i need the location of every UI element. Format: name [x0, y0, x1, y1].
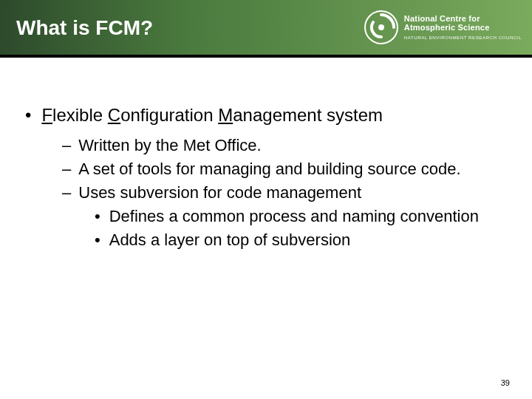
text-configuration: onfiguration — [120, 105, 218, 125]
svg-point-1 — [378, 24, 384, 30]
dash-text: Written by the Met Office. — [78, 134, 261, 157]
slide: What is FCM? National Centre for Atmosph… — [0, 0, 532, 399]
text-management: anagement system — [233, 105, 383, 125]
dash-text: A set of tools for managing and building… — [78, 157, 460, 181]
dash-text: Uses subversion for code management — [78, 181, 361, 205]
org-subtitle: NATURAL ENVIRONMENT RESEARCH COUNCIL — [404, 35, 522, 40]
subdot-item: • Adds a layer on top of subversion — [95, 228, 511, 252]
bullet-level1: • Flexible Configuration Management syst… — [21, 103, 511, 126]
subdot-item: • Defines a common process and naming co… — [95, 205, 511, 228]
slide-body: • Flexible Configuration Management syst… — [21, 103, 511, 252]
dash-list: – Written by the Met Office. – A set of … — [62, 134, 511, 251]
underline-m: M — [218, 105, 233, 125]
page-number: 39 — [501, 378, 510, 387]
org-logo-block: National Centre for Atmospheric Science … — [364, 10, 522, 44]
dash-item: – Uses subversion for code management — [62, 181, 511, 205]
header-bar: What is FCM? National Centre for Atmosph… — [0, 0, 532, 58]
text-flexible: lexible — [52, 105, 108, 125]
bullet-text: Flexible Configuration Management system — [41, 103, 383, 126]
dash-marker: – — [62, 134, 71, 157]
subdot-text: Adds a layer on top of subversion — [109, 228, 351, 252]
subdot-text: Defines a common process and naming conv… — [109, 205, 479, 228]
slide-title: What is FCM? — [16, 16, 153, 40]
org-logo-text: National Centre for Atmospheric Science … — [404, 15, 522, 39]
underline-c: C — [108, 105, 120, 125]
subdot-marker: • — [95, 205, 100, 228]
dash-marker: – — [62, 181, 71, 205]
subdot-list: • Defines a common process and naming co… — [95, 205, 511, 252]
underline-f: F — [41, 105, 52, 125]
dash-marker: – — [62, 157, 71, 181]
dash-item: – Written by the Met Office. — [62, 134, 511, 157]
ncas-swirl-icon — [364, 10, 398, 44]
bullet-marker: • — [25, 103, 31, 126]
org-name-line2: Atmospheric Science — [404, 24, 522, 33]
dash-item: – A set of tools for managing and buildi… — [62, 157, 511, 181]
subdot-marker: • — [95, 228, 100, 252]
